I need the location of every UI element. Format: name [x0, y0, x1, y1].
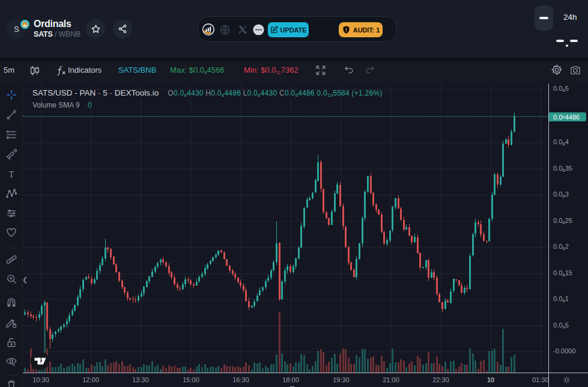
svg-text:T: T [9, 169, 14, 179]
